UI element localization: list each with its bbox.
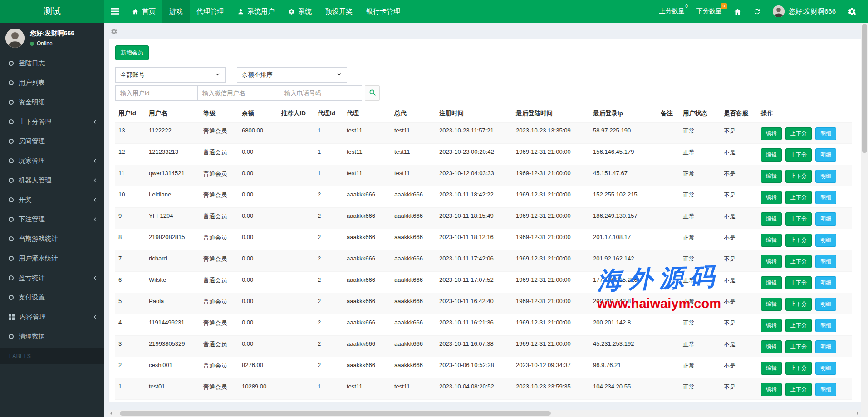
detail-button[interactable]: 明细 [815,362,836,375]
sidebar-item[interactable]: 支付设置 [0,288,104,307]
account-filter-select[interactable]: 全部账号 [115,67,226,83]
home-icon[interactable] [734,8,741,15]
sidebar-item-label: 机器人管理 [19,176,93,185]
sidebar-item[interactable]: 当期游戏统计 [0,229,104,249]
edit-button[interactable]: 编辑 [761,298,782,311]
edit-button[interactable]: 编辑 [761,362,782,375]
vertical-scrollbar[interactable] [861,23,868,417]
top-menu-item[interactable]: 系统用户 [230,0,281,23]
up-score-counter[interactable]: 上分数量0 [659,7,685,15]
edit-button[interactable]: 编辑 [761,383,782,396]
table-cell: 9 [115,208,145,229]
updown-score-button[interactable]: 上下分 [785,234,812,247]
phone-number-input[interactable] [280,85,362,101]
updown-score-button[interactable]: 上下分 [785,127,812,140]
detail-button[interactable]: 明细 [815,148,836,162]
detail-button[interactable]: 明细 [815,170,836,183]
edit-button[interactable]: 编辑 [761,234,782,247]
updown-score-button[interactable]: 上下分 [785,362,812,375]
chevron-down-icon [336,71,342,78]
down-score-counter[interactable]: 下分数量0 [696,7,722,15]
sidebar-item[interactable]: 下注管理 [0,210,104,229]
circle-icon [9,178,14,183]
detail-button[interactable]: 明细 [815,276,836,289]
scroll-right-arrow-icon[interactable] [857,412,858,415]
detail-button[interactable]: 明细 [815,234,836,247]
refresh-icon[interactable] [753,8,761,15]
table-cell: 正常 [679,293,720,314]
sidebar-item[interactable]: 用户列表 [0,73,104,93]
horizontal-scrollbar[interactable] [108,410,861,417]
detail-button[interactable]: 明细 [815,212,836,226]
edit-button[interactable]: 编辑 [761,127,782,140]
edit-button[interactable]: 编辑 [761,170,782,183]
wechat-name-input[interactable] [197,85,280,101]
table-cell: 2023-10-12 09:34:37 [512,357,589,378]
sidebar-item-label: 用户流水统计 [19,254,98,263]
column-header: 最后登陆时间 [512,105,589,123]
table-cell: 普通会员 [200,229,238,250]
detail-button[interactable]: 明细 [815,319,836,332]
sidebar-item[interactable]: 玩家管理 [0,151,104,171]
top-menu-item[interactable]: 预设开奖 [319,0,359,23]
search-button[interactable] [365,85,380,101]
top-menu-item[interactable]: 银行卡管理 [359,0,407,23]
edit-button[interactable]: 编辑 [761,148,782,162]
add-member-button[interactable]: 新增会员 [115,45,149,60]
updown-score-button[interactable]: 上下分 [785,170,812,183]
sidebar-item[interactable]: 上下分管理 [0,112,104,132]
sidebar-item[interactable]: 内容管理 [0,307,104,327]
table-cell: 1969-12-31 21:00:00 [512,144,589,165]
top-menu-item[interactable]: 游戏 [162,0,190,23]
edit-button[interactable]: 编辑 [761,319,782,332]
horizontal-scrollbar-thumb[interactable] [120,411,551,416]
sidebar-item[interactable]: 开奖 [0,190,104,210]
table-cell: 10 [115,186,145,208]
detail-button[interactable]: 明细 [815,255,836,268]
circle-icon [9,236,14,241]
settings-icon[interactable] [111,29,118,36]
top-menu-item[interactable]: 系统 [281,0,319,23]
sidebar-item[interactable]: 用户流水统计 [0,249,104,268]
detail-button[interactable]: 明细 [815,340,836,353]
updown-score-button[interactable]: 上下分 [785,340,812,353]
edit-button[interactable]: 编辑 [761,255,782,268]
updown-score-button[interactable]: 上下分 [785,212,812,226]
hamburger-menu-icon[interactable] [104,0,125,23]
online-dot-icon [30,42,34,46]
edit-button[interactable]: 编辑 [761,191,782,204]
sidebar-item-label: 内容管理 [20,313,93,321]
updown-score-button[interactable]: 上下分 [785,383,812,396]
detail-button[interactable]: 明细 [815,191,836,204]
updown-score-button[interactable]: 上下分 [785,276,812,289]
top-menu-item[interactable]: 代理管理 [190,0,230,23]
updown-score-button[interactable]: 上下分 [785,255,812,268]
balance-sort-select[interactable]: 余额不排序 [237,67,347,83]
sidebar-item[interactable]: 房间管理 [0,132,104,151]
user-id-input[interactable] [115,85,198,101]
updown-score-button[interactable]: 上下分 [785,319,812,332]
top-menu-item[interactable]: 首页 [125,0,162,23]
table-row: 9YFF1204普通会员0.002aaakkk666aaakkk6662023-… [115,208,852,229]
sidebar-item[interactable]: 登陆日志 [0,54,104,73]
edit-button[interactable]: 编辑 [761,276,782,289]
scroll-left-arrow-icon[interactable] [110,412,112,415]
updown-score-button[interactable]: 上下分 [785,148,812,162]
cogs-icon[interactable] [848,7,856,16]
table-cell: 1969-12-31 21:00:00 [512,272,589,293]
updown-score-button[interactable]: 上下分 [785,298,812,311]
table-row: 12121233213普通会员0.001test11test112023-10-… [115,144,852,165]
table-cell [657,357,679,378]
edit-button[interactable]: 编辑 [761,340,782,353]
detail-button[interactable]: 明细 [815,383,836,396]
sidebar-item[interactable]: 资金明细 [0,93,104,112]
detail-button[interactable]: 明细 [815,127,836,140]
vertical-scrollbar-thumb[interactable] [862,24,867,153]
sidebar-item[interactable]: 盈亏统计 [0,268,104,288]
sidebar-item[interactable]: 机器人管理 [0,171,104,190]
sidebar-item[interactable]: 清理数据 [0,327,104,346]
edit-button[interactable]: 编辑 [761,212,782,226]
user-menu[interactable]: 您好:发财啊666 [773,5,836,17]
updown-score-button[interactable]: 上下分 [785,191,812,204]
detail-button[interactable]: 明细 [815,298,836,311]
